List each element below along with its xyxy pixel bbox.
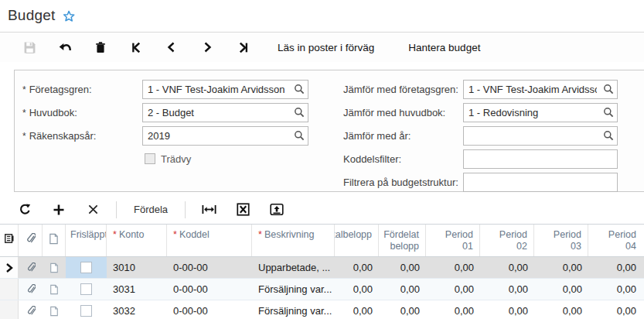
description-cell[interactable]: Försäljning var... [252,279,335,300]
period-03-cell[interactable]: 0,00 [534,300,588,319]
distribute-button[interactable]: Fördela [123,204,179,215]
attachment-icon[interactable] [19,257,43,278]
total-cell[interactable]: 0,00 [335,300,379,319]
column-header-distributed[interactable]: Fördelat belopp [379,225,426,256]
delete-row-icon[interactable] [76,199,110,221]
account-cell[interactable]: 3010 [107,257,167,278]
subaccount-cell[interactable]: 0-00-00 [167,300,252,319]
filter-column-right: Jämför med företagsgren: Jämför med huvu… [343,77,641,194]
column-header-description[interactable]: *Beskrivning [252,225,335,256]
column-header-period-01[interactable]: Period 01 [426,225,480,256]
save-icon[interactable] [12,36,47,59]
attachments-column-header[interactable] [19,225,43,256]
page-title: Budget [8,7,55,24]
period-01-cell[interactable]: 0,00 [426,279,480,300]
row-indicator [0,300,19,319]
distributed-cell[interactable]: 0,00 [379,300,426,319]
manage-budget-button[interactable]: Hantera budget [391,42,497,53]
distributed-cell[interactable]: 0,00 [379,279,426,300]
subaccount-filter-input[interactable] [463,149,618,169]
description-cell[interactable]: Försäljning var... [252,300,335,319]
subaccount-cell[interactable]: 0-00-00 [167,257,252,278]
refresh-icon[interactable] [8,199,42,221]
period-04-cell[interactable]: 0,00 [588,279,642,300]
next-record-icon[interactable] [189,36,225,59]
subaccount-cell[interactable]: 0-00-00 [167,279,252,300]
compare-branch-label: Jämför med företagsgren: [343,84,463,95]
grid-toolbar: Fördela [0,195,644,224]
magnifier-icon[interactable] [600,107,617,118]
period-03-cell[interactable]: 0,00 [534,279,588,300]
required-marker: * [22,131,26,142]
account-cell[interactable]: 3031 [107,279,167,300]
magnifier-icon[interactable] [291,130,308,141]
structure-filter-input[interactable] [463,173,618,192]
grid-header-row: Frisläppt *Konto *Koddel *Beskrivning To… [0,225,644,257]
required-marker: * [22,108,26,118]
column-header-period-04[interactable]: Period 04 [588,225,642,256]
period-01-cell[interactable]: 0,00 [426,257,480,278]
last-record-icon[interactable] [225,36,261,59]
compare-branch-row: Jämför med företagsgren: [343,77,641,101]
period-01-cell[interactable]: 0,00 [426,300,480,319]
attachment-icon[interactable] [19,279,43,300]
delete-icon[interactable] [83,36,118,59]
note-icon[interactable] [43,300,66,319]
grid-settings-icon[interactable] [0,225,19,256]
released-checkbox[interactable] [66,300,107,319]
table-row[interactable]: 3010 0-00-00 Upparbetade, ... 0,00 0,00 … [0,257,644,279]
table-row[interactable]: 3031 0-00-00 Försäljning var... 0,00 0,0… [0,279,644,300]
load-records-button[interactable]: Läs in poster i förväg [261,42,391,53]
fit-to-screen-icon[interactable] [192,199,226,221]
period-03-cell[interactable]: 0,00 [534,257,588,278]
branch-lookup-field [142,80,308,99]
released-checkbox[interactable] [66,257,107,278]
total-cell[interactable]: 0,00 [335,257,379,278]
note-icon[interactable] [43,257,66,278]
magnifier-icon[interactable] [600,84,617,94]
year-input[interactable] [143,130,291,142]
note-icon[interactable] [43,279,66,300]
column-header-period-03[interactable]: Period 03 [534,225,588,256]
load-items-icon[interactable] [260,199,294,221]
branch-label: *Företagsgren: [22,84,142,95]
compare-ledger-input[interactable] [464,107,600,118]
magnifier-icon[interactable] [291,107,308,118]
column-header-account[interactable]: *Konto [107,225,167,256]
total-cell[interactable]: 0,00 [335,279,379,300]
released-checkbox[interactable] [66,279,107,300]
column-header-total[interactable]: Totalbelopp [335,225,379,256]
branch-input[interactable] [143,84,291,95]
account-cell[interactable]: 3032 [107,300,167,319]
tree-view-checkbox[interactable] [145,153,155,164]
column-header-released[interactable]: Frisläppt [66,225,107,256]
favorite-star-icon[interactable] [62,9,76,23]
required-marker: * [22,84,26,95]
notes-column-header[interactable] [43,225,66,256]
column-header-subaccount[interactable]: *Koddel [167,225,252,256]
description-cell[interactable]: Upparbetade, ... [252,257,335,278]
tree-view-row: Trädvy [22,147,332,170]
period-02-cell[interactable]: 0,00 [480,300,534,319]
add-row-icon[interactable] [42,199,76,221]
period-02-cell[interactable]: 0,00 [480,279,534,300]
export-to-excel-icon[interactable] [226,199,260,221]
period-02-cell[interactable]: 0,00 [480,257,534,278]
ledger-input[interactable] [143,107,291,118]
column-header-period-02[interactable]: Period 02 [480,225,534,256]
first-record-icon[interactable] [118,36,154,59]
attachment-icon[interactable] [19,300,43,319]
previous-record-icon[interactable] [154,36,189,59]
required-marker: * [258,229,262,240]
undo-icon[interactable] [47,36,83,59]
distributed-cell[interactable]: 0,00 [379,257,426,278]
magnifier-icon[interactable] [600,130,617,141]
compare-year-row: Jämför med år: [343,124,641,147]
period-04-cell[interactable]: 0,00 [588,257,642,278]
table-row[interactable]: 3032 0-00-00 Försäljning var... 0,00 0,0… [0,300,644,319]
compare-year-input[interactable] [464,130,600,142]
magnifier-icon[interactable] [291,84,308,94]
compare-branch-input[interactable] [464,84,600,95]
period-04-cell[interactable]: 0,00 [588,300,642,319]
required-marker: * [173,229,177,240]
